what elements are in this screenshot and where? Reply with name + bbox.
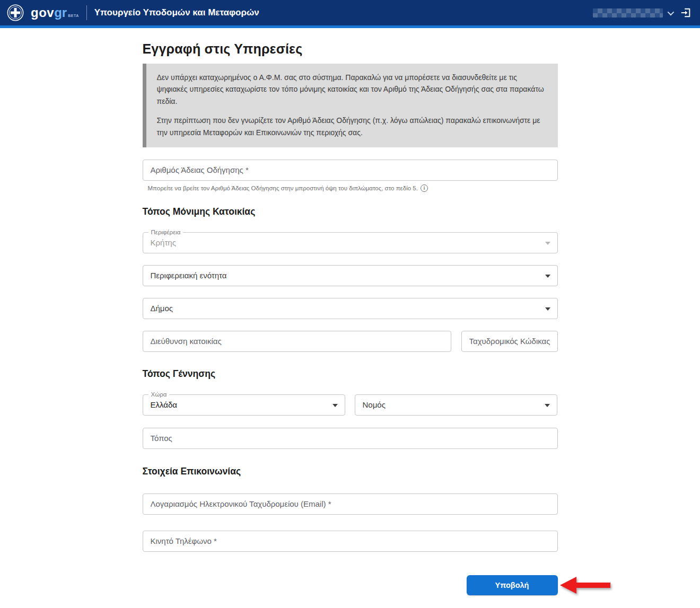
- license-helper-text: Μπορείτε να βρείτε τον Αριθμό Άδειας Οδή…: [148, 185, 418, 191]
- email-field: [143, 494, 558, 515]
- birthplace-heading: Τόπος Γέννησης: [143, 368, 558, 380]
- residence-heading: Τόπος Μόνιμης Κατοικίας: [143, 206, 558, 217]
- main-content: Εγγραφή στις Υπηρεσίες Δεν υπάρχει καταχ…: [0, 28, 700, 595]
- regional-unit-placeholder: Περιφερειακή ενότητα: [151, 271, 227, 280]
- mobile-field: [143, 531, 558, 552]
- email-input[interactable]: [143, 494, 557, 514]
- notice-box: Δεν υπάρχει καταχωρημένος ο Α.Φ.Μ. σας σ…: [143, 64, 558, 147]
- ministry-title: Υπουργείο Υποδομών και Μεταφορών: [94, 7, 259, 18]
- header-bar: govgrBETA Υπουργείο Υποδομών και Μεταφορ…: [0, 0, 700, 25]
- municipality-placeholder: Δήμος: [151, 304, 173, 313]
- address-input[interactable]: [143, 331, 451, 351]
- user-menu[interactable]: [593, 8, 672, 17]
- birth-place-field: [143, 428, 558, 449]
- red-annotation-arrow-icon: [560, 576, 611, 595]
- logout-button[interactable]: [680, 6, 693, 19]
- govgr-logo[interactable]: govgrBETA: [31, 5, 79, 20]
- birth-place-input[interactable]: [143, 428, 557, 448]
- postal-code-input[interactable]: [462, 331, 557, 351]
- caret-down-icon: [545, 307, 550, 311]
- mobile-input[interactable]: [143, 531, 557, 551]
- logout-icon: [680, 7, 692, 19]
- municipality-select[interactable]: Δήμος: [143, 298, 558, 319]
- caret-down-icon: [545, 404, 550, 407]
- region-label: Περιφέρεια: [148, 228, 183, 236]
- license-number-input[interactable]: [143, 160, 557, 180]
- submit-button[interactable]: Υποβολή: [467, 575, 558, 595]
- region-select[interactable]: Περιφέρεια Κρήτης: [143, 232, 558, 253]
- brand-group: govgrBETA Υπουργείο Υποδομών και Μεταφορ…: [6, 4, 259, 22]
- license-helper-row: Μπορείτε να βρείτε τον Αριθμό Άδειας Οδή…: [148, 184, 558, 192]
- license-number-field: [143, 160, 558, 181]
- notice-paragraph-1: Δεν υπάρχει καταχωρημένος ο Α.Φ.Μ. σας σ…: [157, 72, 546, 107]
- notice-paragraph-2: Στην περίπτωση που δεν γνωρίζετε τον Αρι…: [157, 114, 546, 138]
- caret-down-icon: [545, 242, 550, 245]
- header-divider: [86, 5, 87, 20]
- caret-down-icon: [332, 404, 338, 407]
- caret-down-icon: [545, 275, 550, 278]
- page-title: Εγγραφή στις Υπηρεσίες: [143, 41, 558, 57]
- user-name-redacted: [593, 8, 663, 17]
- regional-unit-select[interactable]: Περιφερειακή ενότητα: [143, 265, 558, 286]
- country-select[interactable]: Χώρα Ελλάδα: [143, 394, 345, 416]
- logo-gov-text: gov: [31, 5, 54, 20]
- user-group: [593, 6, 693, 19]
- logo-gr-text: gr: [54, 5, 67, 20]
- prefecture-placeholder: Νομός: [363, 400, 386, 409]
- prefecture-select[interactable]: Νομός: [355, 394, 557, 416]
- country-label: Χώρα: [148, 391, 170, 398]
- chevron-down-icon: [668, 8, 675, 15]
- info-icon[interactable]: i: [421, 184, 428, 192]
- country-value: Ελλάδα: [151, 400, 177, 409]
- greek-emblem-icon: [6, 4, 24, 22]
- region-value: Κρήτης: [151, 238, 176, 247]
- contact-heading: Στοιχεία Επικοινωνίας: [143, 466, 558, 477]
- logo-beta-badge: BETA: [68, 14, 79, 17]
- submit-row: Υποβολή: [143, 575, 558, 595]
- address-field: [143, 331, 451, 352]
- postal-code-field: [461, 331, 558, 352]
